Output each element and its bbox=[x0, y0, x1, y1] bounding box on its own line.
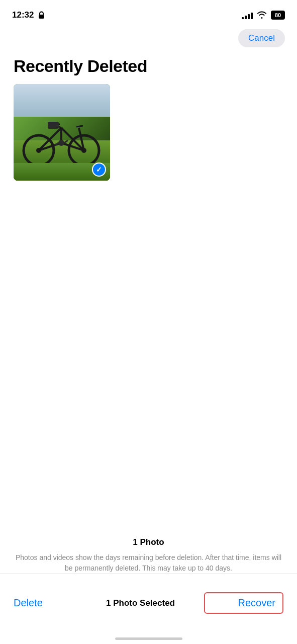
cancel-button[interactable]: Cancel bbox=[238, 29, 285, 47]
page-title: Recently Deleted bbox=[0, 51, 297, 84]
info-description: Photos and videos show the days remainin… bbox=[14, 552, 283, 574]
signal-bar-1 bbox=[242, 17, 244, 19]
delete-button[interactable]: Delete bbox=[14, 597, 77, 609]
check-icon: ✓ bbox=[96, 166, 102, 173]
top-navigation: Cancel bbox=[0, 27, 297, 51]
svg-line-17 bbox=[64, 140, 68, 143]
battery-indicator: 80 bbox=[271, 11, 285, 20]
recover-button[interactable]: Recover bbox=[204, 592, 283, 614]
signal-bar-4 bbox=[251, 13, 253, 19]
lock-icon bbox=[38, 11, 45, 19]
svg-rect-14 bbox=[48, 122, 59, 129]
info-section: 1 Photo Photos and videos show the days … bbox=[0, 537, 297, 574]
svg-line-11 bbox=[76, 126, 83, 127]
photo-sky bbox=[14, 84, 110, 117]
status-icons: 80 bbox=[242, 11, 285, 20]
wifi-icon bbox=[257, 11, 267, 19]
info-count: 1 Photo bbox=[14, 537, 283, 547]
signal-bars bbox=[242, 11, 253, 19]
photo-item[interactable]: ✓ bbox=[14, 84, 110, 181]
selected-count-label: 1 Photo Selected bbox=[77, 598, 204, 608]
bike-svg bbox=[19, 113, 104, 168]
time-display: 12:32 bbox=[12, 10, 34, 20]
photo-grid: ✓ bbox=[0, 84, 297, 181]
status-bar: 12:32 80 bbox=[0, 0, 297, 27]
svg-point-15 bbox=[58, 140, 64, 146]
selection-checkmark: ✓ bbox=[92, 163, 106, 177]
svg-rect-0 bbox=[39, 15, 44, 19]
battery-level: 80 bbox=[275, 12, 281, 18]
bottom-action-bar: Delete 1 Photo Selected Recover bbox=[0, 574, 297, 644]
home-indicator bbox=[115, 637, 182, 640]
status-time: 12:32 bbox=[12, 10, 45, 20]
signal-bar-2 bbox=[245, 16, 247, 19]
signal-bar-3 bbox=[248, 14, 250, 19]
